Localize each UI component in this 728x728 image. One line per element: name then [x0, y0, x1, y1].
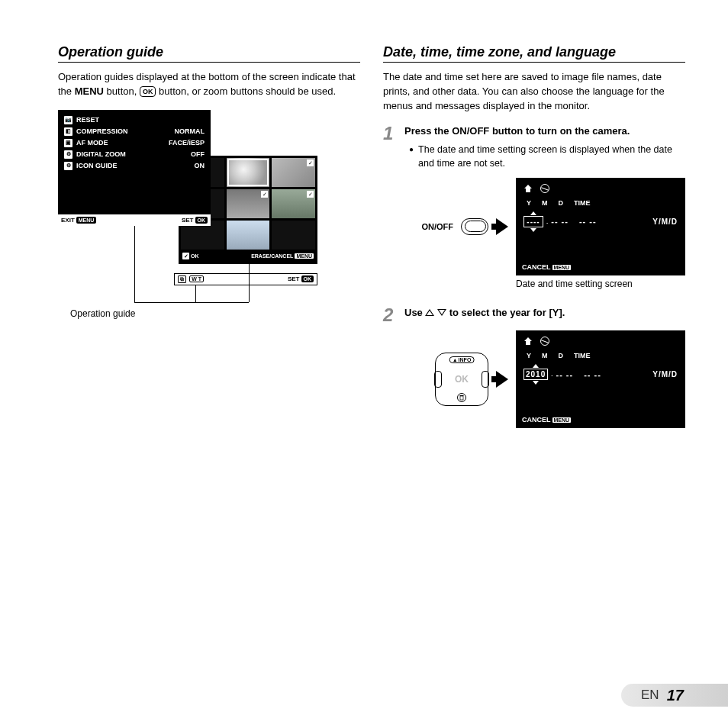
- globe-icon: [540, 337, 549, 346]
- triangle-up-icon: [533, 364, 539, 368]
- month-dash: -- --: [551, 217, 569, 226]
- menu-row: ▣AF MODEFACE/iESP: [64, 137, 205, 149]
- ymd-format: Y/M/D: [652, 370, 678, 378]
- wrench-icon: ⚙: [64, 162, 72, 170]
- figure-caption: Operation guide: [70, 308, 135, 319]
- menu-label: RESET: [76, 116, 201, 124]
- callout-line: [134, 302, 249, 303]
- wt-chip: W T: [189, 275, 204, 282]
- menu-value: ON: [195, 162, 205, 169]
- zoom-icon: ⧉: [178, 275, 186, 283]
- ds-head: Y M D TIME: [523, 352, 678, 359]
- step-text: Press the: [404, 125, 452, 137]
- triangle-up-icon: [530, 211, 536, 215]
- menu-chip: MENU: [295, 253, 314, 259]
- check-icon: ✓: [261, 191, 268, 198]
- menu-row: ⚙DIGITAL ZOOMOFF: [64, 149, 205, 160]
- thumb-footer: ✓OK ERASE/CANCELMENU: [181, 251, 315, 262]
- menu-row: ◧COMPRESSIONNORMAL: [64, 126, 205, 137]
- time-dash: -- --: [579, 217, 597, 226]
- set-label: SET: [182, 217, 194, 224]
- triangle-down-icon: [533, 381, 539, 385]
- check-icon: ✓: [307, 159, 314, 166]
- menu-label: DIGITAL ZOOM: [76, 150, 187, 158]
- y-label: Y: [527, 352, 531, 359]
- menu-footer: EXITMENU SETOK: [58, 214, 211, 226]
- page-number: 17: [667, 687, 684, 704]
- check-icon: ✓: [307, 191, 314, 198]
- triangle-down-icon: [530, 228, 536, 232]
- thumb: ✓: [227, 189, 270, 218]
- d-label: D: [559, 199, 564, 207]
- check-chip: ✓: [182, 253, 189, 259]
- trash-icon: [457, 393, 466, 402]
- compression-icon: ◧: [64, 127, 72, 136]
- globe-icon: [540, 184, 549, 193]
- step-number: 1: [383, 124, 398, 289]
- year-value: 2010: [523, 369, 548, 380]
- operation-guide-figure: ✓ ✓ ✓ ✓OK ERASE/CANCELMENU 📷RESET ◧COMPR…: [58, 110, 348, 331]
- callout-line: [195, 285, 196, 302]
- intro-text2: button,: [104, 85, 140, 97]
- thumb: ✓: [272, 158, 315, 187]
- step-text: to select the year for [Y].: [446, 307, 565, 318]
- menu-label: ICON GUIDE: [76, 162, 191, 169]
- step1-figure: ON/OFF Y M D TIME: [404, 178, 685, 275]
- bullet-dot: ●: [409, 143, 414, 170]
- language-label: EN: [641, 688, 659, 703]
- callout-line: [249, 264, 250, 302]
- zoom-bar: ⧉ W T SETOK: [174, 273, 317, 285]
- thumb: [227, 221, 270, 250]
- year-stepper: ----: [523, 211, 543, 232]
- menu-value: OFF: [191, 150, 205, 158]
- cancel-label: CANCEL: [522, 263, 551, 271]
- thumb-selected: [227, 158, 270, 187]
- info-label: INFO: [459, 357, 472, 362]
- left-title: Operation guide: [58, 44, 360, 63]
- left-column: Operation guide Operation guides display…: [58, 44, 360, 430]
- info-button-icon: ▲INFO: [449, 356, 475, 363]
- menu-value: NORMAL: [175, 127, 205, 135]
- triangle-up-icon: [425, 309, 434, 316]
- date-time-screen-2: Y M D TIME 2010 . -- -- -- -- Y/M/D: [516, 330, 685, 428]
- menu-label: AF MODE: [76, 139, 165, 147]
- step1-head: Press the ON/OFF button to turn on the c…: [404, 124, 685, 138]
- menu-screen: 📷RESET ◧COMPRESSIONNORMAL ▣AF MODEFACE/i…: [58, 110, 211, 226]
- right-intro: The date and time set here are saved to …: [383, 70, 685, 114]
- step1-bullet: ● The date and time setting screen is di…: [409, 143, 685, 170]
- thumb: [272, 221, 315, 250]
- ds-footer: CANCELMENU: [522, 416, 571, 424]
- wrench-icon: ⚙: [64, 150, 72, 159]
- menu-word: MENU: [75, 85, 104, 97]
- step-number: 2: [383, 306, 398, 430]
- triangle-down-icon: [437, 309, 446, 316]
- bullet-text: The date and time setting screen is disp…: [418, 143, 685, 170]
- step2-head: Use to select the year for [Y].: [404, 306, 685, 320]
- m-label: M: [542, 199, 548, 207]
- step-2: 2 Use to select the year for [Y]. ▲INFO …: [383, 306, 685, 430]
- ymd-format: Y/M/D: [652, 217, 678, 226]
- time-dash: -- --: [584, 370, 601, 379]
- d-label: D: [559, 352, 564, 359]
- ok-chip: OK: [301, 275, 314, 282]
- year-value: ----: [523, 216, 543, 227]
- ok-label: OK: [455, 374, 469, 385]
- thumb: ✓: [272, 189, 315, 218]
- menu-value: FACE/iESP: [169, 139, 205, 147]
- home-icon: [523, 184, 533, 193]
- onoff-word: ON/OFF: [452, 125, 489, 137]
- arrow-icon: [496, 371, 508, 388]
- svg-rect-1: [460, 395, 464, 396]
- exit-label: EXIT: [61, 217, 75, 224]
- af-icon: ▣: [64, 139, 72, 147]
- menu-label: COMPRESSION: [76, 127, 171, 135]
- ds-footer: CANCELMENU: [522, 263, 571, 271]
- ds-head: Y M D TIME: [523, 199, 678, 207]
- home-icon: [523, 337, 533, 346]
- time-label: TIME: [574, 199, 591, 207]
- onoff-button-icon: [461, 218, 488, 235]
- ok-label: OK: [191, 253, 199, 259]
- step1-caption: Date and time setting screen: [516, 279, 685, 289]
- month-dash: -- --: [556, 370, 573, 379]
- right-title: Date, time, time zone, and language: [383, 44, 685, 63]
